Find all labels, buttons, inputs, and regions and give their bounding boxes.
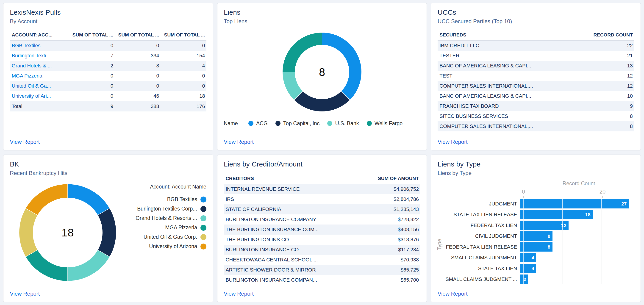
secured-name: FRANCHISE TAX BOARD	[438, 101, 574, 111]
donut-segment-mga-pizzeria[interactable]	[26, 250, 68, 281]
legend-dot	[200, 206, 206, 212]
creditor-name: STATE OF CALIFORNIA	[224, 204, 358, 214]
uccs-table: SECUREDS RECORD COUNT IBM CREDIT LLC 22 …	[438, 29, 634, 132]
table-row: BGB Textiles 0 0 0	[10, 40, 206, 51]
bar-category-label: SMALL CLAIMS JUDGMENT ...	[438, 276, 520, 282]
bar-value-label: 12	[561, 223, 568, 228]
bar[interactable]: 8	[520, 242, 552, 252]
account-link[interactable]: United Oil & Ga...	[12, 83, 51, 89]
bar[interactable]: 8	[520, 232, 552, 241]
table-row: BURLINGTON INSURANCE COMPAN... $65,700	[224, 275, 420, 285]
legend-item: Burlington Textiles Corp...	[136, 206, 206, 212]
secured-name: COMPUTER SALES INTERNATIONAL,...	[438, 81, 574, 91]
legend-item: U.S. Bank	[327, 120, 359, 126]
total-value: 176	[160, 101, 206, 112]
view-report-link[interactable]: View Report	[438, 139, 468, 145]
bar-value-label: 27	[621, 201, 629, 206]
legend-dot	[248, 121, 254, 126]
table-row: Grand Hotels & ... 2 8 4	[10, 61, 206, 71]
col-header-record-count: RECORD COUNT	[574, 29, 634, 40]
donut-segment-burlington-textiles-corp[interactable]	[98, 208, 116, 257]
account-link[interactable]: Burlington Texti...	[12, 53, 50, 58]
donut-segment-wells-fargo[interactable]	[282, 32, 322, 72]
account-link[interactable]: University of Ari...	[12, 93, 51, 99]
bar-value-label: 2	[524, 276, 528, 282]
record-count: 13	[574, 61, 634, 71]
total-value: 9	[69, 101, 115, 112]
bar[interactable]: 2	[520, 274, 528, 284]
table-row: IRS $2,804,786	[224, 194, 420, 204]
secured-name: TEST	[438, 71, 574, 81]
account-link[interactable]: MGA Pizzeria	[12, 73, 42, 79]
card-title: UCCs	[438, 8, 634, 16]
x-axis-tick-label: 20	[600, 188, 606, 198]
table-row: ARTISTIC SHOWER DOOR & MIRROR $65,725	[224, 265, 420, 275]
account-link[interactable]: BGB Textiles	[12, 43, 40, 48]
donut-segment-university-of-arizona[interactable]	[26, 184, 68, 215]
bar[interactable]: 4	[520, 253, 536, 262]
record-count: 8	[574, 121, 634, 132]
account-link[interactable]: Grand Hotels & ...	[12, 63, 52, 68]
bar[interactable]: 18	[520, 210, 592, 219]
bar-track: 8	[520, 242, 633, 252]
card-liens: Liens Top Liens 8 Name ACGTop Capital, I…	[217, 3, 427, 150]
legend-dot	[200, 215, 206, 221]
creditor-name: IRS	[224, 194, 358, 204]
legend-item: University of Arizona	[136, 243, 206, 250]
legend-label: Burlington Textiles Corp...	[137, 206, 197, 212]
table-row: Burlington Texti... 7 334 154	[10, 51, 206, 61]
amount-value: $2,804,786	[358, 194, 420, 204]
view-report-link[interactable]: View Report	[10, 139, 40, 145]
secured-name: TESTER	[438, 51, 574, 61]
view-report-link[interactable]: View Report	[438, 290, 468, 297]
bar-track: 18	[520, 210, 633, 219]
bar-track: 4	[520, 264, 633, 273]
table-header-row: SECUREDS RECORD COUNT	[438, 29, 634, 40]
legend-label: BGB Textiles	[167, 196, 197, 202]
bar[interactable]: 4	[520, 264, 536, 273]
liens-legend: Name ACGTop Capital, IncU.S. BankWells F…	[224, 118, 403, 128]
col-header-sum1: SUM OF TOTAL ...	[69, 29, 115, 40]
donut-segment-acg[interactable]	[322, 32, 362, 100]
cell-value: 7	[69, 51, 115, 61]
secured-name: BANC OF AMERICA LEASING & CAPI...	[438, 91, 574, 101]
donut-segments[interactable]	[282, 32, 362, 112]
card-title: Liens by Creditor/Amount	[224, 160, 420, 168]
view-report-link[interactable]: View Report	[224, 290, 254, 297]
card-title: Liens by Type	[438, 160, 634, 168]
table-row: CHEEKTOWAGA CENTRAL SCHOOL ... $70,938	[224, 255, 420, 265]
table-header-row: CREDITORS SUM OF AMOUNT	[224, 173, 420, 184]
dashboard: LexisNexis Pulls By Account ACCOUNT: ACC…	[0, 0, 644, 305]
total-label: Total	[10, 101, 69, 112]
legend-dot	[200, 234, 206, 240]
donut-segment-top-capital-inc[interactable]	[294, 91, 350, 112]
bar[interactable]: 27	[520, 199, 629, 208]
table-row: FRANCHISE TAX BOARD 9	[438, 101, 634, 111]
legend-label: Top Capital, Inc	[283, 120, 320, 126]
donut-segments[interactable]	[18, 183, 117, 282]
cell-value: 0	[160, 81, 206, 91]
table-row: BANC OF AMERICA LEASING & CAPI... 13	[438, 61, 634, 71]
view-report-link[interactable]: View Report	[10, 290, 40, 297]
legend-dot	[367, 121, 372, 126]
bar-row: FEDERAL TAX LIEN RELEASE8	[438, 242, 634, 252]
bar-value-label: 4	[532, 266, 536, 271]
amount-value: $1,285,143	[358, 204, 420, 214]
bar[interactable]: 12	[520, 220, 568, 230]
donut-segment-grand-hotels-resorts[interactable]	[68, 250, 110, 281]
card-liens-by-creditor: Liens by Creditor/Amount CREDITORS SUM O…	[217, 154, 427, 302]
bar-category-label: STATE TAX LIEN	[438, 266, 520, 272]
donut-segment-united-oil-gas-corp[interactable]	[19, 208, 38, 257]
creditor-name: THE BURLINGTON INSURANCE COM...	[224, 224, 358, 234]
cell-value: 0	[160, 40, 206, 51]
legend-dot	[200, 244, 206, 250]
bar-value-label: 4	[532, 255, 536, 260]
donut-segment-bgb-textiles[interactable]	[68, 184, 110, 215]
amount-value: $70,938	[358, 255, 420, 265]
legend-item: Wells Fargo	[367, 120, 402, 126]
amount-value: $65,725	[358, 265, 420, 275]
view-report-link[interactable]: View Report	[224, 139, 254, 145]
amount-value: $728,822	[358, 214, 420, 224]
amount-value: $4,906,752	[358, 184, 420, 194]
bar-plot-area: JUDGMENT27STATE TAX LIEN RELEASE18FEDERA…	[438, 199, 634, 284]
